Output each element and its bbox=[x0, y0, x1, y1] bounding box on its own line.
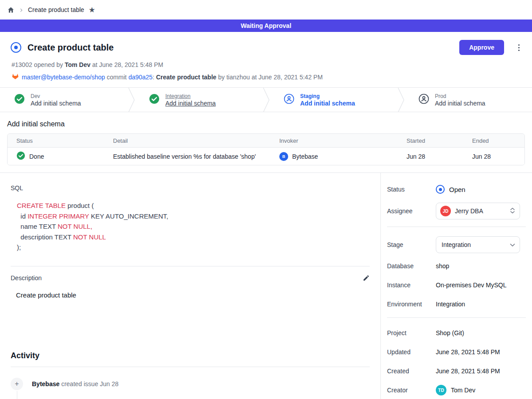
task-ended: Jun 28 bbox=[463, 153, 524, 160]
activity-action: created issue bbox=[61, 380, 98, 387]
instance-label: Instance bbox=[387, 282, 436, 289]
stage-env-label: Prod bbox=[435, 93, 485, 99]
col-header-started: Started bbox=[398, 137, 463, 144]
task-section: Add initial schema Status Detail Invoker… bbox=[0, 112, 532, 173]
timeline-line bbox=[17, 391, 17, 399]
pending-person-icon bbox=[419, 94, 429, 106]
activity-divider bbox=[11, 367, 370, 367]
sql-code-block: CREATE TABLE product ( id INTEGER PRIMAR… bbox=[17, 200, 370, 253]
sidebar-divider bbox=[387, 227, 526, 227]
issue-meta-prefix: #13002 opened by bbox=[12, 61, 63, 68]
col-header-ended: Ended bbox=[463, 137, 524, 144]
commit-suffix: by tianzhou at June 28, 2021 5:42 PM bbox=[218, 74, 323, 81]
commit-line: master@bytebase-demo/shop commit da90a25… bbox=[12, 73, 521, 81]
project-value[interactable]: Shop (Git) bbox=[436, 329, 526, 336]
task-table: Status Detail Invoker Started Ended Done… bbox=[7, 133, 525, 165]
gitlab-icon bbox=[12, 73, 19, 81]
sql-label: SQL bbox=[11, 184, 370, 192]
commit-message: Create product table bbox=[156, 74, 216, 81]
creator-avatar: TD bbox=[436, 385, 446, 395]
assignee-label: Assignee bbox=[387, 207, 436, 215]
pipeline-stage-dev[interactable]: Dev Add initial schema bbox=[0, 88, 128, 112]
approval-banner: Waiting Approval bbox=[0, 20, 532, 32]
approve-button[interactable]: Approve bbox=[459, 40, 504, 55]
activity-author: Bytebase bbox=[32, 380, 59, 387]
instance-value[interactable]: On-premises Dev MySQL bbox=[436, 282, 526, 289]
assignee-value: Jerry DBA bbox=[455, 207, 506, 215]
commit-hash-link[interactable]: da90a25 bbox=[129, 74, 153, 81]
stage-select[interactable]: Integration bbox=[436, 236, 520, 253]
stage-env-label: Dev bbox=[31, 93, 81, 99]
table-row[interactable]: Done Established baseline version %s for… bbox=[8, 148, 524, 165]
approval-banner-text: Waiting Approval bbox=[241, 22, 291, 29]
breadcrumb-page-title[interactable]: Create product table bbox=[28, 6, 84, 13]
project-label: Project bbox=[387, 329, 436, 336]
description-text[interactable]: Create product table bbox=[16, 291, 370, 299]
database-value[interactable]: shop bbox=[436, 262, 526, 270]
activity-item: + Bytebase created issue Jun 28 bbox=[11, 378, 370, 390]
stage-env-label: Integration bbox=[165, 93, 216, 99]
invoker-avatar: B bbox=[279, 152, 288, 161]
creator-label: Creator bbox=[387, 387, 436, 394]
creator-value: Tom Dev bbox=[451, 387, 475, 394]
environment-value[interactable]: Integration bbox=[436, 301, 526, 308]
pipeline-stage-integration[interactable]: Integration Add initial schema bbox=[136, 88, 262, 112]
issue-author: Tom Dev bbox=[65, 61, 90, 68]
stage-task-label: Add initial schema bbox=[435, 100, 485, 107]
up-down-chevron-icon bbox=[510, 207, 515, 215]
chevron-down-icon bbox=[510, 241, 515, 248]
task-started: Jun 28 bbox=[398, 153, 463, 160]
pending-person-icon bbox=[284, 94, 294, 106]
main-content: SQL CREATE TABLE product ( id INTEGER PR… bbox=[0, 173, 380, 399]
stage-task-label: Add initial schema bbox=[165, 100, 216, 107]
description-label: Description bbox=[11, 274, 42, 282]
updated-label: Updated bbox=[387, 348, 436, 356]
pipeline-stage-prod[interactable]: Prod Add initial schema bbox=[405, 88, 532, 112]
stage-separator bbox=[262, 88, 270, 112]
stage-task-label: Add initial schema bbox=[31, 100, 81, 107]
activity-heading: Activity bbox=[11, 351, 370, 360]
sidebar-divider bbox=[387, 317, 526, 318]
pipeline-stages: Dev Add initial schema Integration Add i… bbox=[0, 87, 532, 112]
task-invoker: Bytebase bbox=[292, 153, 318, 160]
issue-title: Create product table bbox=[27, 43, 113, 53]
task-status: Done bbox=[29, 153, 44, 160]
environment-label: Environment bbox=[387, 301, 436, 308]
stage-value: Integration bbox=[440, 241, 506, 248]
commit-word: commit bbox=[107, 74, 127, 81]
status-open-radio-icon bbox=[436, 185, 445, 194]
edit-pencil-icon[interactable] bbox=[363, 274, 370, 282]
status-label: Status bbox=[387, 186, 436, 193]
stage-separator bbox=[397, 88, 405, 112]
col-header-invoker: Invoker bbox=[270, 137, 398, 144]
assignee-avatar: JD bbox=[440, 206, 451, 216]
stage-separator bbox=[128, 88, 136, 112]
col-header-status: Status bbox=[8, 137, 104, 144]
stage-env-label: Staging bbox=[300, 93, 355, 99]
pipeline-stage-staging[interactable]: Staging Add initial schema bbox=[270, 88, 397, 112]
home-icon[interactable] bbox=[7, 6, 15, 14]
plus-icon: + bbox=[11, 378, 23, 390]
status-value: Open bbox=[449, 186, 466, 193]
updated-value: June 28, 2021 5:48 PM bbox=[436, 348, 526, 356]
breadcrumb: Create product table ★ bbox=[0, 0, 532, 20]
activity-date: Jun 28 bbox=[100, 380, 118, 387]
check-circle-icon bbox=[16, 151, 25, 161]
issue-open-status-icon bbox=[11, 42, 21, 53]
kebab-menu-icon[interactable] bbox=[516, 43, 521, 53]
star-icon[interactable]: ★ bbox=[89, 6, 95, 14]
assignee-select[interactable]: JD Jerry DBA bbox=[436, 203, 520, 219]
created-value: June 28, 2021 5:48 PM bbox=[436, 368, 526, 375]
stage-task-label: Add initial schema bbox=[300, 100, 355, 107]
issue-meta: #13002 opened by Tom Dev at June 28, 202… bbox=[12, 61, 521, 68]
task-detail: Established baseline version %s for data… bbox=[104, 153, 270, 160]
created-label: Created bbox=[387, 368, 436, 375]
issue-header: Create product table Approve #13002 open… bbox=[0, 32, 532, 87]
chevron-right-icon bbox=[19, 6, 23, 14]
commit-repo-link[interactable]: master@bytebase-demo/shop bbox=[22, 74, 105, 81]
col-header-detail: Detail bbox=[104, 137, 270, 144]
check-circle-icon bbox=[14, 94, 25, 106]
database-label: Database bbox=[387, 262, 436, 270]
check-circle-icon bbox=[149, 94, 160, 106]
issue-meta-suffix: at June 28, 2021 5:48 PM bbox=[92, 61, 163, 68]
